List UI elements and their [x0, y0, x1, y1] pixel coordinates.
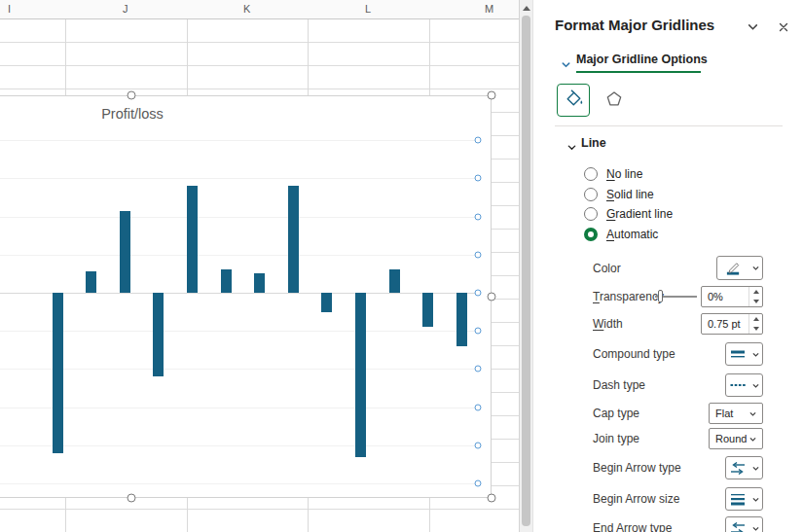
chevron-down-icon — [748, 524, 762, 532]
chevron-down-icon[interactable] — [566, 139, 577, 157]
chart-bar[interactable] — [355, 293, 366, 457]
transparency-input[interactable]: 0% — [701, 286, 763, 307]
chart-resize-handle-right[interactable] — [488, 293, 496, 301]
chart-bar[interactable] — [456, 293, 467, 346]
chart-resize-handle-bottom-right[interactable] — [488, 494, 496, 503]
chart-major-gridline[interactable] — [0, 293, 478, 294]
close-icon — [778, 21, 789, 36]
chart-major-gridline[interactable] — [0, 140, 478, 141]
join-type-combobox[interactable]: Round — [709, 428, 763, 449]
transparency-slider-thumb[interactable] — [658, 290, 663, 302]
chart-bar[interactable] — [321, 293, 332, 312]
chart-major-gridline[interactable] — [0, 178, 478, 179]
chart-bar[interactable] — [288, 186, 299, 293]
chart-resize-handle-top-right[interactable] — [488, 91, 496, 100]
width-value[interactable]: 0.75 pt — [702, 314, 748, 334]
transparency-value[interactable]: 0% — [702, 287, 748, 306]
chevron-down-icon — [748, 381, 762, 390]
line-color-button[interactable] — [716, 256, 763, 280]
column-header-L[interactable]: L — [365, 3, 371, 15]
radio-circle-selected[interactable] — [584, 228, 598, 241]
line-color-icon — [717, 260, 748, 276]
chart-bar[interactable] — [120, 211, 130, 293]
gridline-selection-handle — [475, 480, 482, 487]
chart-bar[interactable] — [153, 293, 164, 376]
chart-bar[interactable] — [53, 293, 63, 453]
chart-major-gridline[interactable] — [0, 408, 478, 408]
gridline-selection-handle — [475, 175, 482, 182]
spin-up-button[interactable] — [749, 314, 762, 324]
radio-solid-line[interactable]: Solid line — [584, 186, 654, 203]
radio-label[interactable]: No line — [606, 167, 642, 181]
spreadsheet-grid[interactable]: I J K L M Profit/loss — [0, 0, 519, 532]
radio-automatic[interactable]: Automatic — [584, 226, 658, 243]
chart-plot-area[interactable] — [0, 96, 493, 499]
chart-major-gridline[interactable] — [0, 255, 478, 256]
chart-bar[interactable] — [187, 186, 198, 293]
gridline-selection-handle — [475, 328, 482, 335]
pentagon-icon — [604, 89, 624, 112]
radio-label[interactable]: Automatic — [606, 228, 658, 241]
active-section-underline — [576, 71, 701, 73]
end-arrow-type-dropdown[interactable] — [725, 516, 763, 532]
chevron-down-icon — [748, 264, 762, 272]
chevron-down-icon — [748, 495, 762, 504]
tab-fill-and-line[interactable] — [557, 84, 590, 117]
spin-down-button[interactable] — [749, 324, 762, 334]
begin-arrow-type-dropdown[interactable] — [725, 456, 763, 479]
chart-resize-handle-top[interactable] — [128, 91, 136, 100]
width-input[interactable]: 0.75 pt — [701, 313, 763, 335]
column-header-M[interactable]: M — [485, 3, 493, 15]
compound-type-label: Compound type — [593, 347, 675, 361]
radio-no-line[interactable]: No line — [584, 165, 642, 183]
chart-major-gridline[interactable] — [0, 369, 478, 370]
scrollbar-up-arrow-icon[interactable] — [523, 6, 530, 11]
pane-collapse-button[interactable] — [744, 19, 761, 37]
options-section-header[interactable]: Major Gridline Options — [576, 53, 708, 66]
radio-circle[interactable] — [584, 207, 598, 221]
chart-major-gridline[interactable] — [0, 331, 478, 332]
column-header-I[interactable]: I — [8, 3, 11, 15]
spin-up-icon — [753, 317, 759, 321]
chart-bar[interactable] — [422, 293, 433, 327]
scrollbar-thumb[interactable] — [522, 16, 530, 526]
pane-close-button[interactable] — [775, 19, 792, 37]
spinner — [748, 314, 762, 334]
column-header-K[interactable]: K — [243, 3, 250, 15]
compound-line-icon — [726, 347, 748, 361]
chart-resize-handle-bottom[interactable] — [128, 494, 136, 503]
vertical-scrollbar[interactable] — [519, 0, 532, 532]
column-header-J[interactable]: J — [123, 3, 128, 15]
embedded-chart[interactable]: Profit/loss — [0, 95, 492, 498]
radio-label[interactable]: Gradient line — [606, 207, 673, 221]
chart-bar[interactable] — [254, 273, 265, 293]
chart-major-gridline[interactable] — [0, 445, 478, 446]
spin-down-icon — [753, 300, 759, 303]
radio-label[interactable]: Solid line — [606, 188, 654, 201]
chevron-down-icon — [748, 464, 762, 473]
column-headers: I J K L M — [0, 0, 519, 19]
begin-arrow-size-dropdown[interactable] — [725, 487, 763, 511]
spinner — [748, 287, 762, 306]
chart-bar[interactable] — [86, 271, 96, 293]
chart-major-gridline[interactable] — [0, 483, 478, 484]
spin-down-button[interactable] — [749, 297, 762, 306]
chevron-down-icon — [746, 409, 759, 418]
spin-up-button[interactable] — [749, 287, 762, 297]
chart-major-gridline[interactable] — [0, 217, 478, 218]
cap-type-combobox[interactable]: Flat — [709, 403, 763, 424]
gridline-selection-handle — [475, 251, 482, 258]
line-section-header[interactable]: Line — [581, 136, 606, 150]
chevron-down-icon — [748, 350, 762, 359]
paint-bucket-icon — [564, 89, 584, 112]
radio-circle[interactable] — [584, 167, 598, 181]
chart-bar[interactable] — [221, 269, 232, 293]
compound-type-dropdown[interactable] — [725, 342, 763, 366]
chevron-down-icon[interactable] — [561, 56, 571, 74]
dash-type-dropdown[interactable] — [725, 373, 763, 397]
tab-effects[interactable] — [598, 84, 631, 117]
chart-bar[interactable] — [389, 269, 400, 293]
radio-gradient-line[interactable]: Gradient line — [584, 205, 673, 223]
radio-circle[interactable] — [584, 188, 598, 201]
gridline-selection-handle — [475, 213, 482, 220]
